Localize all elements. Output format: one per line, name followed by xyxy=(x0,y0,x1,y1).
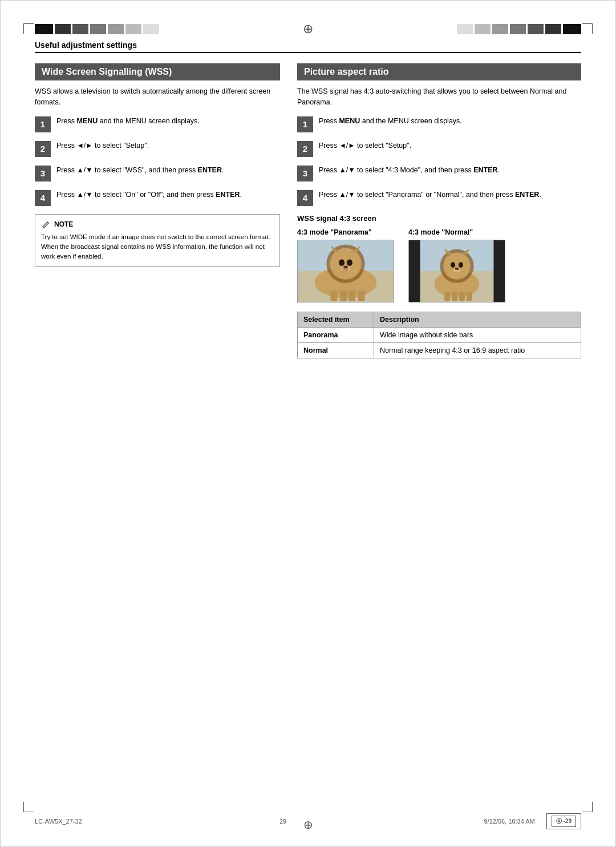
step-text-1: Press MENU and the MENU screen displays. xyxy=(56,116,200,127)
wss-intro: WSS allows a television to switch automa… xyxy=(35,86,280,108)
table-cell-normal-desc: Normal range keeping 4:3 or 16:9 aspect … xyxy=(374,342,581,358)
lion-panorama-svg xyxy=(298,240,394,302)
bottom-crosshair-icon: ⊕ xyxy=(303,818,313,831)
picture-step-3: 3 Press ▲/▼ to select "4:3 Mode", and th… xyxy=(297,165,581,182)
picture-step-4: 4 Press ▲/▼ to select "Panorama" or "Nor… xyxy=(297,189,581,206)
svg-rect-17 xyxy=(358,291,365,301)
wss-step-3: 3 Press ▲/▼ to select "WSS", and then pr… xyxy=(35,165,280,182)
picture-step-2: 2 Press ◄/► to select "Setup". xyxy=(297,140,581,157)
note-text: Try to set WIDE mode if an image does no… xyxy=(41,232,274,262)
bottom-crosshair: ⊕ xyxy=(303,818,313,832)
picture-step-number-4: 4 xyxy=(297,190,313,206)
page-number-badge: Ⓐ -29 xyxy=(546,813,581,829)
wss-step-4: 4 Press ▲/▼ to select "On" or "Off", and… xyxy=(35,189,280,206)
table-cell-normal: Normal xyxy=(298,342,374,358)
picture-step-number-3: 3 xyxy=(297,166,313,182)
table-header-description: Description xyxy=(374,312,581,327)
info-table: Selected item Description Panorama Wide … xyxy=(297,312,581,358)
two-column-layout: Wide Screen Signalling (WSS) WSS allows … xyxy=(35,63,581,358)
mode-images: 4:3 mode "Panorama" xyxy=(297,228,581,302)
page-badge-full: Ⓐ -29 xyxy=(552,816,576,827)
step-text-3: Press ▲/▼ to select "WSS", and then pres… xyxy=(56,165,224,176)
top-crosshair-icon xyxy=(302,23,314,35)
mode-normal-item: 4:3 mode "Normal" xyxy=(408,228,508,302)
step-number-4: 4 xyxy=(35,190,51,206)
svg-rect-33 xyxy=(452,292,457,301)
picture-step-text-1: Press MENU and the MENU screen displays. xyxy=(319,116,462,127)
step-number-3: 3 xyxy=(35,166,51,182)
svg-point-29 xyxy=(455,268,459,270)
section-heading: Useful adjustment settings xyxy=(35,41,581,53)
table-cell-panorama-desc: Wide image without side bars xyxy=(374,327,581,342)
picture-section-title: Picture aspect ratio xyxy=(297,63,581,80)
mode-normal-image xyxy=(408,240,505,302)
pencil-note-icon xyxy=(42,220,51,229)
note-box: NOTE Try to set WIDE mode if an image do… xyxy=(35,214,280,267)
bar-right xyxy=(457,24,581,34)
note-label: NOTE xyxy=(54,220,73,228)
mode-normal-label: 4:3 mode "Normal" xyxy=(408,228,508,236)
wss-signal-title: WSS signal 4:3 screen xyxy=(297,214,581,223)
picture-step-1: 1 Press MENU and the MENU screen display… xyxy=(297,116,581,132)
svg-rect-14 xyxy=(330,291,337,301)
picture-intro: The WSS signal has 4:3 auto-switching th… xyxy=(297,86,581,108)
mode-panorama-image xyxy=(297,240,394,302)
picture-step-number-1: 1 xyxy=(297,116,313,132)
table-cell-panorama: Panorama xyxy=(298,327,374,342)
picture-step-text-4: Press ▲/▼ to select "Panorama" or "Norma… xyxy=(319,189,541,200)
svg-rect-34 xyxy=(459,292,465,301)
svg-rect-19 xyxy=(493,240,505,302)
corner-br xyxy=(582,802,593,812)
svg-point-11 xyxy=(343,265,348,268)
svg-rect-35 xyxy=(467,292,472,301)
mode-panorama-label: 4:3 mode "Panorama" xyxy=(297,228,397,236)
header-decoration xyxy=(35,23,581,35)
bar-left xyxy=(35,24,159,34)
mode-panorama-item: 4:3 mode "Panorama" xyxy=(297,228,397,302)
footer-right-group: 9/12/06, 10:34 AM Ⓐ -29 xyxy=(484,813,581,829)
svg-point-8 xyxy=(347,259,352,266)
table-row: Panorama Wide image without side bars xyxy=(298,327,581,342)
note-title: NOTE xyxy=(41,219,274,229)
lion-normal-svg xyxy=(409,240,505,302)
footer-left: LC-AW5X_27-32 xyxy=(35,818,82,825)
svg-point-26 xyxy=(451,262,455,268)
step-text-4: Press ▲/▼ to select "On" or "Off", and t… xyxy=(56,189,242,200)
picture-step-text-2: Press ◄/► to select "Setup". xyxy=(319,140,411,151)
corner-bl xyxy=(23,802,34,812)
corner-tr xyxy=(582,23,593,34)
picture-step-number-2: 2 xyxy=(297,141,313,157)
wss-step-2: 2 Press ◄/► to select "Setup". xyxy=(35,140,280,157)
right-column: Picture aspect ratio The WSS signal has … xyxy=(297,63,581,358)
step-number-1: 1 xyxy=(35,116,51,132)
picture-step-text-3: Press ▲/▼ to select "4:3 Mode", and then… xyxy=(319,165,500,176)
footer-right: 9/12/06, 10:34 AM xyxy=(484,818,534,825)
svg-point-27 xyxy=(459,262,463,268)
table-header-item: Selected item xyxy=(298,312,374,327)
svg-point-6 xyxy=(330,248,361,279)
footer-center-page: 29 xyxy=(279,818,286,825)
page: Useful adjustment settings Wide Screen S… xyxy=(0,0,616,847)
table-row: Normal Normal range keeping 4:3 or 16:9 … xyxy=(298,342,581,358)
note-icon xyxy=(41,219,51,229)
svg-rect-15 xyxy=(340,291,347,301)
svg-point-7 xyxy=(339,259,345,266)
crosshair-top xyxy=(159,23,457,35)
wss-signal-section: WSS signal 4:3 screen 4:3 mode "Panorama… xyxy=(297,214,581,358)
wss-section-title: Wide Screen Signalling (WSS) xyxy=(35,63,280,80)
svg-rect-16 xyxy=(348,291,355,301)
left-column: Wide Screen Signalling (WSS) WSS allows … xyxy=(35,63,280,358)
svg-point-25 xyxy=(443,252,470,279)
step-text-2: Press ◄/► to select "Setup". xyxy=(56,140,149,151)
wss-step-1: 1 Press MENU and the MENU screen display… xyxy=(35,116,280,132)
svg-rect-18 xyxy=(409,240,420,302)
step-number-2: 2 xyxy=(35,141,51,157)
svg-rect-32 xyxy=(444,292,450,301)
corner-tl xyxy=(23,23,34,34)
